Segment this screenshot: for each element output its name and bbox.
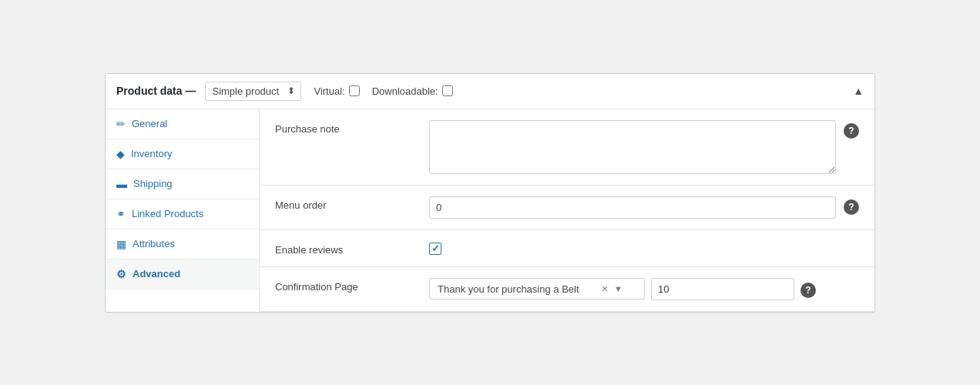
- purchase-note-control: ?: [429, 120, 859, 174]
- enable-reviews-label: Enable reviews: [275, 241, 414, 256]
- product-type-wrapper[interactable]: Simple product: [205, 82, 301, 101]
- collapse-arrow[interactable]: ▲: [853, 85, 864, 97]
- confirmation-page-help-icon[interactable]: ?: [800, 283, 816, 298]
- box-icon: ▬: [116, 178, 127, 190]
- panel-title: Product data —: [116, 85, 196, 97]
- sidebar-label-linked-products: Linked Products: [132, 208, 203, 219]
- purchase-note-row: Purchase note ?: [260, 109, 874, 186]
- purchase-note-label: Purchase note: [275, 120, 414, 135]
- sidebar-label-shipping: Shipping: [133, 178, 173, 189]
- product-type-select[interactable]: Simple product: [205, 82, 301, 101]
- link-icon: ⚭: [116, 208, 126, 220]
- gear-icon: ⚙: [116, 268, 126, 280]
- enable-reviews-row: Enable reviews: [260, 230, 874, 267]
- menu-order-label: Menu order: [275, 196, 414, 211]
- product-data-panel: Product data — Simple product Virtual: D…: [105, 73, 875, 313]
- sidebar-item-inventory[interactable]: ◆ Inventory: [106, 139, 259, 169]
- sidebar-item-general[interactable]: ✏ General: [106, 109, 259, 139]
- virtual-checkbox[interactable]: [349, 85, 360, 96]
- sidebar-label-attributes: Attributes: [133, 238, 175, 249]
- downloadable-option[interactable]: Downloadable:: [372, 85, 453, 97]
- menu-order-row: Menu order ?: [260, 186, 874, 230]
- confirmation-select[interactable]: Thank you for purchasing a Belt × ▼: [429, 278, 645, 300]
- sidebar: ✏ General ◆ Inventory ▬ Shipping ⚭ Linke…: [106, 109, 260, 312]
- header-options: Virtual: Downloadable:: [314, 85, 452, 97]
- sidebar-label-advanced: Advanced: [133, 268, 180, 280]
- downloadable-label: Downloadable:: [372, 85, 438, 97]
- panel-header: Product data — Simple product Virtual: D…: [106, 74, 874, 109]
- sidebar-item-shipping[interactable]: ▬ Shipping: [106, 169, 259, 199]
- confirmation-page-wrapper: Thank you for purchasing a Belt × ▼ ?: [429, 278, 816, 300]
- confirmation-select-inner: Thank you for purchasing a Belt × ▼: [438, 283, 623, 295]
- purchase-note-help-icon[interactable]: ?: [844, 123, 859, 139]
- menu-order-control: ?: [429, 196, 859, 219]
- sidebar-label-inventory: Inventory: [131, 148, 172, 159]
- purchase-note-textarea[interactable]: [429, 120, 836, 174]
- downloadable-checkbox[interactable]: [442, 85, 453, 96]
- confirmation-select-arrow[interactable]: ▼: [614, 284, 623, 293]
- sidebar-label-general: General: [132, 118, 167, 129]
- sidebar-item-linked-products[interactable]: ⚭ Linked Products: [106, 199, 259, 229]
- sidebar-item-attributes[interactable]: ▦ Attributes: [106, 229, 259, 259]
- content-area: Purchase note ? Menu order ? Enable revi…: [260, 109, 874, 312]
- pencil-icon: ✏: [116, 118, 126, 130]
- confirmation-page-label: Confirmation Page: [275, 278, 414, 293]
- menu-order-input[interactable]: [429, 196, 836, 219]
- enable-reviews-control: [429, 241, 859, 255]
- virtual-option[interactable]: Virtual:: [314, 85, 359, 97]
- confirmation-page-number[interactable]: [651, 278, 794, 300]
- menu-order-help-icon[interactable]: ?: [844, 199, 859, 215]
- diamond-icon: ◆: [116, 148, 125, 160]
- confirmation-select-clear[interactable]: ×: [602, 283, 608, 295]
- enable-reviews-checkbox[interactable]: [429, 243, 441, 255]
- panel-body: ✏ General ◆ Inventory ▬ Shipping ⚭ Linke…: [106, 109, 874, 312]
- confirmation-select-text: Thank you for purchasing a Belt: [438, 283, 596, 295]
- sidebar-item-advanced[interactable]: ⚙ Advanced: [106, 259, 259, 290]
- grid-icon: ▦: [116, 238, 126, 250]
- virtual-label: Virtual:: [314, 85, 344, 97]
- confirmation-page-control: Thank you for purchasing a Belt × ▼ ?: [429, 278, 859, 300]
- confirmation-page-row: Confirmation Page Thank you for purchasi…: [260, 267, 874, 312]
